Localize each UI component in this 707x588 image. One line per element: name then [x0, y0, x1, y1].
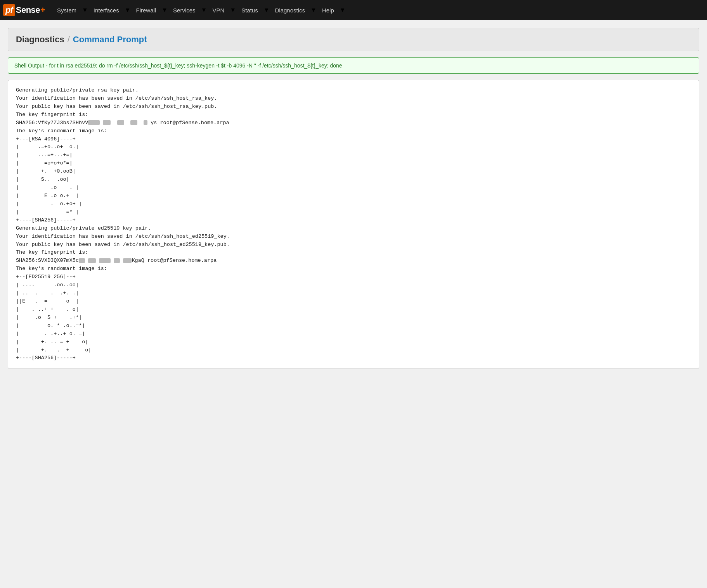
output-box: Generating public/private rsa key pair. …	[8, 80, 699, 369]
nav-vpn-arrow: ▼	[230, 7, 236, 14]
page-content: Diagnostics / Command Prompt Shell Outpu…	[0, 20, 707, 377]
breadcrumb: Diagnostics / Command Prompt	[16, 35, 691, 45]
nav-status-arrow: ▼	[263, 7, 270, 14]
nav-interfaces-arrow: ▼	[125, 7, 131, 14]
nav-system-arrow: ▼	[82, 7, 88, 14]
nav-diagnostics-arrow: ▼	[310, 7, 317, 14]
nav-status: Status ▼	[236, 0, 269, 20]
page-header: Diagnostics / Command Prompt	[8, 28, 699, 51]
brand-pf: pf	[3, 4, 15, 16]
nav-firewall-button[interactable]: Firewall	[131, 0, 162, 20]
nav-services-button[interactable]: Services	[168, 0, 201, 20]
nav-services-arrow: ▼	[201, 7, 207, 14]
nav-vpn-button[interactable]: VPN	[207, 0, 230, 20]
nav-help: Help ▼	[317, 0, 346, 20]
shell-output-banner: Shell Output - for t in rsa ed25519; do …	[8, 57, 699, 74]
nav-services: Services ▼	[168, 0, 207, 20]
nav-firewall-arrow: ▼	[161, 7, 168, 14]
nav-diagnostics-button[interactable]: Diagnostics	[270, 0, 311, 20]
nav-firewall: Firewall ▼	[131, 0, 168, 20]
brand-plus: +	[40, 5, 45, 15]
breadcrumb-current: Command Prompt	[73, 35, 147, 45]
nav-vpn: VPN ▼	[207, 0, 236, 20]
nav-help-arrow: ▼	[340, 7, 346, 14]
brand-sense: Sense	[16, 5, 40, 15]
breadcrumb-separator: /	[68, 35, 70, 45]
nav-status-button[interactable]: Status	[236, 0, 263, 20]
nav-system-button[interactable]: System	[52, 0, 82, 20]
nav-system: System ▼	[52, 0, 88, 20]
nav-diagnostics: Diagnostics ▼	[270, 0, 317, 20]
nav-interfaces: Interfaces ▼	[88, 0, 131, 20]
breadcrumb-parent: Diagnostics	[16, 35, 64, 45]
nav-help-button[interactable]: Help	[317, 0, 340, 20]
navbar: pfSense + System ▼ Interfaces ▼ Firewall…	[0, 0, 707, 20]
brand-logo[interactable]: pfSense +	[3, 4, 45, 16]
output-pre: Generating public/private rsa key pair. …	[16, 86, 691, 362]
nav-interfaces-button[interactable]: Interfaces	[88, 0, 125, 20]
